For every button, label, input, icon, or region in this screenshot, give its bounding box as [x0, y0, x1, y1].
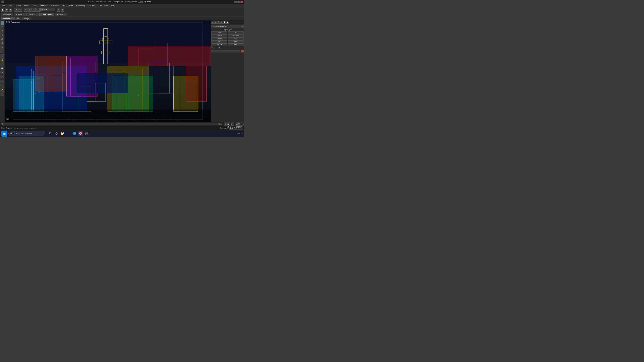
toolbar-rotate[interactable]: ↺: [32, 8, 36, 11]
prev-frame-btn[interactable]: ⏮: [224, 122, 227, 125]
menu-item-menu-graph-editors[interactable]: Graph Editors: [60, 4, 75, 7]
rp-btn-3[interactable]: 🔍: [217, 21, 220, 24]
name-input[interactable]: [212, 50, 240, 52]
menu-item-menu-rendering[interactable]: Rendering: [75, 4, 86, 7]
toolbar-render[interactable]: ▶: [57, 8, 60, 11]
primitive-btn-geosphere[interactable]: GeoSphere: [228, 34, 244, 37]
tool-unlink[interactable]: ⛓: [0, 41, 4, 45]
taskbar-icon-folder[interactable]: 📁: [60, 131, 65, 136]
title-bar: ⬛ Autodesk 3ds Max 2014 x64 - Unregister…: [0, 0, 244, 4]
svg-rect-48: [95, 83, 106, 101]
toolbar-open[interactable]: 📂: [5, 8, 8, 11]
tool-light[interactable]: 💡: [0, 58, 4, 62]
tool-bind[interactable]: ⚙: [0, 45, 4, 49]
menu-item-menu-group[interactable]: Group: [14, 4, 22, 7]
tool-link[interactable]: 🔗: [0, 37, 4, 41]
menu-item-menu-tools[interactable]: Tools: [7, 4, 14, 7]
menu-item-menu-edit[interactable]: Edit: [1, 4, 6, 7]
color-swatch[interactable]: [241, 50, 244, 52]
svg-point-59: [56, 91, 56, 91]
maximize-button[interactable]: □: [238, 1, 240, 3]
menu-item-menu-animation[interactable]: Animation: [49, 4, 60, 7]
primitive-btn-pyramid[interactable]: Pyramid: [228, 40, 244, 43]
tool-move[interactable]: ✥: [0, 25, 4, 29]
start-button[interactable]: ⊞: [1, 131, 8, 137]
sub-tab-paint-objects[interactable]: Paint Objects: [1, 17, 15, 20]
tool-scale[interactable]: ⊡: [0, 33, 4, 37]
toolbar-new[interactable]: 📄: [1, 8, 4, 11]
primitive-btn-cylinder[interactable]: Cylinder: [212, 37, 228, 40]
secondary-tab-populate[interactable]: Populate: [55, 12, 67, 16]
rp-btn-1[interactable]: ⊞: [211, 21, 214, 24]
frame-counter[interactable]: 0/100: [235, 122, 244, 125]
minimize-button[interactable]: ─: [234, 1, 237, 3]
viewport-play-btn[interactable]: ▶: [6, 118, 9, 120]
menu-item-menu-customize[interactable]: Customize: [86, 4, 98, 7]
close-button[interactable]: ✕: [240, 1, 243, 3]
tool-geometry[interactable]: ⬡: [0, 62, 4, 66]
svg-rect-45: [159, 66, 174, 93]
taskbar-icon-3dsmax[interactable]: 🎯: [78, 131, 83, 136]
taskbar-icon-ie[interactable]: e: [66, 131, 71, 136]
toolbar-redo[interactable]: ↪: [18, 8, 22, 11]
menu-item-menu-views[interactable]: Views: [22, 4, 30, 7]
menu-item-menu-maxscript[interactable]: MAXScript: [98, 4, 110, 7]
viewport[interactable]: [COD] (Wireframe): [5, 20, 211, 122]
primitive-btn-torus[interactable]: Torus: [212, 40, 228, 43]
secondary-toolbar: ModelingFreeformSelectionObject PaintPop…: [0, 12, 244, 17]
tool-play[interactable]: ▶: [0, 80, 4, 83]
taskbar-task-view[interactable]: ⧉: [48, 131, 53, 136]
primitive-btn-tube[interactable]: Tube: [228, 37, 244, 40]
taskbar-search[interactable]: 🔍 搜索 Web 和 Windows: [8, 131, 45, 136]
tool-select[interactable]: ✛: [0, 21, 4, 25]
tool-time[interactable]: ⏱: [0, 84, 4, 87]
primitive-btn-sphere[interactable]: Sphere: [212, 34, 228, 37]
tool-shape[interactable]: ⬜: [0, 66, 4, 70]
playback-controls: ⏮ ▶ ⏭: [224, 122, 234, 125]
secondary-tab-selection[interactable]: Selection: [26, 12, 39, 16]
secondary-tab-modeling[interactable]: Modeling: [1, 12, 13, 16]
taskbar-icon-app2[interactable]: 🎮: [84, 131, 89, 136]
secondary-tab-object-paint[interactable]: Object Paint: [40, 12, 54, 16]
toolbar-select[interactable]: ✛: [24, 8, 28, 11]
tool-system[interactable]: ⚙: [0, 75, 4, 78]
rp-btn-2[interactable]: 📌: [214, 21, 217, 24]
toolbar-render-frame[interactable]: 🎬: [61, 8, 64, 11]
svg-rect-50: [5, 110, 211, 122]
toolbar-undo[interactable]: ↩: [14, 8, 18, 11]
rp-btn-6[interactable]: 📂: [226, 21, 229, 24]
tool-key[interactable]: 🔑: [0, 88, 4, 91]
tool-helper[interactable]: ✚: [0, 70, 4, 74]
tool-curve[interactable]: 〜: [0, 92, 4, 95]
toolbar-dropdown[interactable]: View ▼: [42, 8, 55, 11]
rp-btn-5[interactable]: 💾: [223, 21, 226, 24]
primitive-btn-cone[interactable]: Cone: [228, 31, 244, 34]
toolbar-move[interactable]: ✥: [28, 8, 32, 11]
menu-item-menu-create[interactable]: Create: [30, 4, 38, 7]
tool-spacewarp[interactable]: 〜: [0, 49, 4, 53]
menu-item-menu-help[interactable]: Help: [110, 4, 116, 7]
toolbar-save[interactable]: 💾: [9, 8, 12, 11]
toolbar-scale[interactable]: ⊡: [36, 8, 40, 11]
taskbar-icon-fan[interactable]: ❂: [54, 131, 59, 136]
right-panel-toolbar: ⊞ 📌 🔍 ⚙ 💾 📂: [211, 20, 244, 24]
primitive-dropdown[interactable]: Standard Primitives: [212, 25, 244, 28]
svg-rect-37: [126, 69, 143, 112]
left-panel: ✛ ✥ ↺ ⊡ 🔗 ⛓ ⚙ 〜 📷 💡 ⬡ ⬜ ✚ ⚙ ▶ ⏱ 🔑 〜: [0, 20, 5, 122]
svg-rect-39: [180, 78, 196, 111]
primitive-btn-box[interactable]: Box: [212, 31, 228, 34]
timeline-bar[interactable]: [2, 123, 219, 125]
svg-point-61: [97, 94, 98, 94]
rp-btn-4[interactable]: ⚙: [220, 21, 223, 24]
secondary-tab-freeform[interactable]: Freeform: [14, 12, 26, 16]
menu-item-menu-modifiers[interactable]: Modifiers: [39, 4, 49, 7]
sub-tab-brush-settings[interactable]: Brush Settings: [15, 17, 31, 20]
tool-rotate[interactable]: ↺: [0, 29, 4, 33]
primitive-btn-plane[interactable]: Plane: [228, 43, 244, 46]
taskbar-icon-edge[interactable]: 🌐: [72, 131, 77, 136]
next-frame-btn[interactable]: ⏭: [231, 122, 234, 125]
tool-camera[interactable]: 📷: [0, 54, 4, 58]
primitive-btn-teapot[interactable]: Teapot: [212, 43, 228, 46]
window-title: Autodesk 3ds Max 2014 x64 - Unregistered…: [4, 0, 234, 3]
play-btn[interactable]: ▶: [228, 122, 230, 125]
